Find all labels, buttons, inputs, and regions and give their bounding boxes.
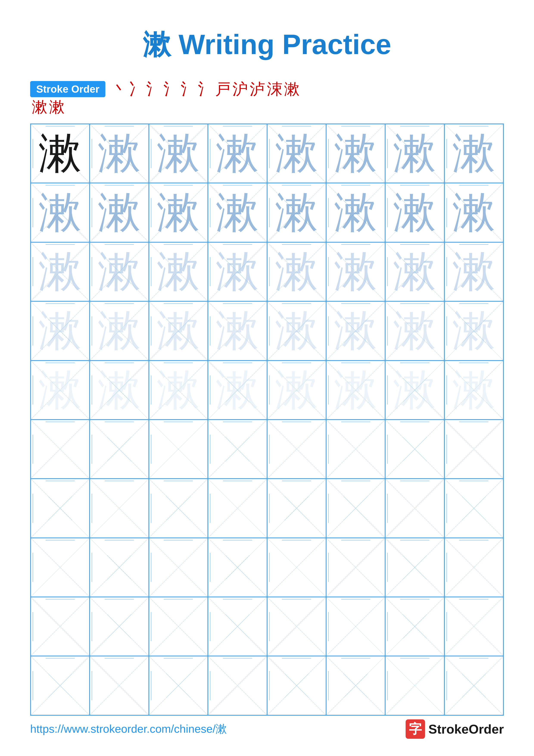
- grid-cell-5-3[interactable]: [208, 419, 267, 479]
- grid-cell-2-7[interactable]: 漱: [445, 242, 503, 301]
- stroke-11: 漱: [284, 81, 300, 97]
- grid-cell-6-1[interactable]: [89, 479, 149, 538]
- grid-cell-9-1[interactable]: [89, 656, 149, 715]
- grid-cell-1-6[interactable]: 漱: [385, 183, 444, 242]
- grid-cell-2-0[interactable]: 漱: [31, 242, 89, 301]
- grid-row-4[interactable]: 漱漱漱漱漱漱漱漱: [31, 361, 503, 419]
- practice-char: 漱: [275, 250, 318, 293]
- grid-cell-1-1[interactable]: 漱: [89, 183, 149, 242]
- practice-char: 漱: [157, 191, 200, 234]
- stroke-order-badge[interactable]: Stroke Order: [30, 81, 105, 97]
- grid-cell-4-4[interactable]: 漱: [267, 361, 326, 419]
- grid-cell-7-3[interactable]: [208, 538, 267, 597]
- grid-cell-3-1[interactable]: 漱: [89, 301, 149, 360]
- grid-cell-4-7[interactable]: 漱: [445, 361, 503, 419]
- footer-url[interactable]: https://www.strokeorder.com/chinese/漱: [30, 721, 227, 737]
- practice-char: 漱: [393, 250, 436, 293]
- grid-cell-7-6[interactable]: [385, 538, 444, 597]
- grid-cell-8-6[interactable]: [385, 597, 444, 656]
- practice-char: 漱: [452, 132, 496, 175]
- grid-cell-5-0[interactable]: [31, 419, 89, 479]
- grid-cell-2-2[interactable]: 漱: [149, 242, 208, 301]
- grid-cell-9-2[interactable]: [149, 656, 208, 715]
- grid-cell-6-7[interactable]: [445, 479, 503, 538]
- grid-cell-6-2[interactable]: [149, 479, 208, 538]
- grid-cell-5-4[interactable]: [267, 419, 326, 479]
- grid-row-7[interactable]: [31, 538, 503, 597]
- grid-row-3[interactable]: 漱漱漱漱漱漱漱漱: [31, 301, 503, 360]
- grid-cell-7-7[interactable]: [445, 538, 503, 597]
- grid-cell-2-5[interactable]: 漱: [326, 242, 385, 301]
- grid-cell-1-4[interactable]: 漱: [267, 183, 326, 242]
- grid-cell-0-4[interactable]: 漱: [267, 124, 326, 183]
- grid-cell-0-1[interactable]: 漱: [89, 124, 149, 183]
- grid-cell-0-3[interactable]: 漱: [208, 124, 267, 183]
- grid-row-2[interactable]: 漱漱漱漱漱漱漱漱: [31, 242, 503, 301]
- grid-cell-1-3[interactable]: 漱: [208, 183, 267, 242]
- grid-cell-2-1[interactable]: 漱: [89, 242, 149, 301]
- grid-cell-0-0[interactable]: 漱: [31, 124, 89, 183]
- grid-row-1[interactable]: 漱漱漱漱漱漱漱漱: [31, 183, 503, 242]
- grid-cell-1-5[interactable]: 漱: [326, 183, 385, 242]
- grid-cell-3-0[interactable]: 漱: [31, 301, 89, 360]
- footer-logo-icon: 字: [406, 719, 425, 739]
- grid-cell-8-7[interactable]: [445, 597, 503, 656]
- grid-cell-0-5[interactable]: 漱: [326, 124, 385, 183]
- grid-cell-0-2[interactable]: 漱: [149, 124, 208, 183]
- grid-cell-1-7[interactable]: 漱: [445, 183, 503, 242]
- grid-cell-0-7[interactable]: 漱: [445, 124, 503, 183]
- stroke-5: 氵: [181, 81, 196, 97]
- grid-cell-3-3[interactable]: 漱: [208, 301, 267, 360]
- grid-cell-0-6[interactable]: 漱: [385, 124, 444, 183]
- grid-cell-4-0[interactable]: 漱: [31, 361, 89, 419]
- grid-cell-1-2[interactable]: 漱: [149, 183, 208, 242]
- grid-row-5[interactable]: [31, 419, 503, 479]
- grid-cell-4-3[interactable]: 漱: [208, 361, 267, 419]
- grid-cell-8-1[interactable]: [89, 597, 149, 656]
- grid-cell-5-5[interactable]: [326, 419, 385, 479]
- grid-cell-4-5[interactable]: 漱: [326, 361, 385, 419]
- grid-cell-2-4[interactable]: 漱: [267, 242, 326, 301]
- grid-row-0[interactable]: 漱漱漱漱漱漱漱漱: [31, 124, 503, 183]
- grid-row-9[interactable]: [31, 656, 503, 715]
- grid-cell-2-3[interactable]: 漱: [208, 242, 267, 301]
- grid-cell-6-3[interactable]: [208, 479, 267, 538]
- grid-cell-4-1[interactable]: 漱: [89, 361, 149, 419]
- grid-cell-5-6[interactable]: [385, 419, 444, 479]
- grid-cell-4-2[interactable]: 漱: [149, 361, 208, 419]
- grid-cell-9-3[interactable]: [208, 656, 267, 715]
- grid-cell-6-6[interactable]: [385, 479, 444, 538]
- grid-cell-8-5[interactable]: [326, 597, 385, 656]
- grid-cell-7-1[interactable]: [89, 538, 149, 597]
- grid-cell-2-6[interactable]: 漱: [385, 242, 444, 301]
- grid-cell-8-4[interactable]: [267, 597, 326, 656]
- grid-cell-7-0[interactable]: [31, 538, 89, 597]
- grid-row-8[interactable]: [31, 597, 503, 656]
- grid-cell-3-5[interactable]: 漱: [326, 301, 385, 360]
- grid-cell-8-2[interactable]: [149, 597, 208, 656]
- grid-cell-5-1[interactable]: [89, 419, 149, 479]
- grid-cell-9-5[interactable]: [326, 656, 385, 715]
- grid-row-6[interactable]: [31, 479, 503, 538]
- grid-cell-3-4[interactable]: 漱: [267, 301, 326, 360]
- grid-cell-8-0[interactable]: [31, 597, 89, 656]
- grid-cell-6-5[interactable]: [326, 479, 385, 538]
- grid-cell-4-6[interactable]: 漱: [385, 361, 444, 419]
- grid-cell-8-3[interactable]: [208, 597, 267, 656]
- grid-cell-3-7[interactable]: 漱: [445, 301, 503, 360]
- grid-cell-7-2[interactable]: [149, 538, 208, 597]
- practice-char: 漱: [98, 132, 141, 175]
- grid-cell-1-0[interactable]: 漱: [31, 183, 89, 242]
- grid-cell-7-4[interactable]: [267, 538, 326, 597]
- grid-cell-5-2[interactable]: [149, 419, 208, 479]
- grid-cell-6-4[interactable]: [267, 479, 326, 538]
- grid-cell-9-6[interactable]: [385, 656, 444, 715]
- grid-cell-3-6[interactable]: 漱: [385, 301, 444, 360]
- grid-cell-7-5[interactable]: [326, 538, 385, 597]
- grid-cell-9-4[interactable]: [267, 656, 326, 715]
- grid-cell-5-7[interactable]: [445, 419, 503, 479]
- grid-cell-9-0[interactable]: [31, 656, 89, 715]
- grid-cell-3-2[interactable]: 漱: [149, 301, 208, 360]
- grid-cell-6-0[interactable]: [31, 479, 89, 538]
- grid-cell-9-7[interactable]: [445, 656, 503, 715]
